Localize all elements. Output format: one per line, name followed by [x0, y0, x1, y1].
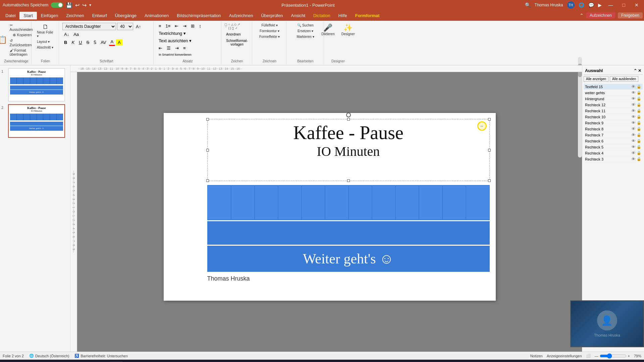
zoom-slider[interactable]: —+	[595, 353, 630, 359]
tab-ueberpruefen[interactable]: Überprüfen	[257, 12, 287, 19]
search-icon[interactable]: 🔍	[525, 2, 531, 8]
tab-datei[interactable]: Datei	[1, 12, 19, 19]
slide-img-1[interactable]: Kaffee - Pause IO Minuten Weit	[8, 68, 65, 102]
tab-formformat[interactable]: Formformat	[351, 12, 384, 19]
layer-eye-2[interactable]: 👁	[632, 97, 635, 101]
layer-lock-12[interactable]: 🔒	[637, 157, 641, 161]
layer-lock-8[interactable]: 🔒	[637, 133, 641, 137]
font-shrink-button[interactable]: A↓	[62, 31, 71, 38]
layer-lock-6[interactable]: 🔒	[637, 121, 641, 125]
italic-button[interactable]: K	[70, 39, 76, 46]
layer-item-11[interactable]: Rechteck 4 👁🔒	[584, 150, 643, 156]
tab-animationen[interactable]: Animationen	[141, 12, 173, 19]
layer-lock-7[interactable]: 🔒	[637, 127, 641, 131]
comment-icon[interactable]: 💬	[588, 2, 594, 8]
formkontur-btn[interactable]: Formkontur ▾	[257, 28, 282, 34]
designer-button[interactable]: ✨ Designer	[339, 23, 357, 37]
ribbon-collapse-icon[interactable]: ⌃	[580, 13, 584, 18]
layer-item-1[interactable]: weiter gehts 👁🔒	[584, 90, 643, 96]
layer-item-0[interactable]: Textfeld 15 👁🔒	[584, 84, 643, 90]
char-spacing-button[interactable]: AV	[99, 39, 108, 46]
close-button[interactable]: ✕	[632, 2, 641, 8]
maximize-button[interactable]: □	[620, 2, 628, 8]
layer-item-5[interactable]: Rechteck 10 👁🔒	[584, 114, 643, 120]
tab-start[interactable]: Start	[19, 12, 37, 19]
zoom-range[interactable]	[600, 353, 627, 359]
layer-item-4[interactable]: Rechteck 11 👁🔒	[584, 108, 643, 114]
panel-collapse-icon[interactable]: ⌃ ✕	[634, 68, 641, 73]
diktieren-button[interactable]: 🎤 Diktieren	[319, 23, 336, 37]
slide-img-2[interactable]: Kaffee - Pause IO Minuten Weit	[8, 104, 65, 138]
layer-eye-4[interactable]: 👁	[632, 109, 635, 113]
layer-item-8[interactable]: Rechteck 7 👁🔒	[584, 132, 643, 138]
font-color-button[interactable]: A	[109, 39, 115, 46]
accessibility-status[interactable]: ♿ Barrierefreiheit: Untersuchen	[74, 354, 128, 358]
strikethrough-button[interactable]: S	[85, 39, 91, 46]
num-list-button[interactable]: 1≡	[164, 23, 172, 29]
layer-lock-10[interactable]: 🔒	[637, 145, 641, 149]
layer-eye-0[interactable]: 👁	[632, 84, 635, 89]
neue-folie-button[interactable]: 📋	[0, 35, 7, 45]
layer-eye-12[interactable]: 👁	[632, 157, 635, 161]
align-center-button[interactable]: ☰	[165, 45, 172, 51]
view-settings-button[interactable]: Anzeigeeinstellungen	[547, 354, 582, 358]
minimize-button[interactable]: —	[606, 2, 616, 8]
suchen-btn[interactable]: 🔍 Suchen	[294, 23, 316, 28]
more-icon[interactable]: ▾	[89, 3, 91, 7]
shadow-button[interactable]: S̈	[92, 39, 98, 46]
layer-lock-0[interactable]: 🔒	[637, 84, 641, 89]
underline-button[interactable]: U	[77, 39, 84, 46]
markieren-btn[interactable]: Markieren ▾	[294, 34, 316, 39]
justify-button[interactable]: ≡	[181, 45, 187, 51]
layer-eye-11[interactable]: 👁	[632, 151, 635, 155]
layer-lock-3[interactable]: 🔒	[637, 103, 641, 107]
font-size-select[interactable]: 40	[117, 23, 133, 30]
undo-icon[interactable]: ↩	[75, 2, 79, 8]
align-left-button[interactable]: ⇤	[157, 45, 164, 51]
abschnitt-btn[interactable]: Abschnitt ▾	[35, 45, 55, 50]
textrichtung-button[interactable]: Textrichtung ▾	[157, 30, 187, 37]
language-icon[interactable]: 🌐	[29, 354, 34, 358]
present-icon[interactable]: ▶	[598, 2, 602, 8]
layer-eye-6[interactable]: 👁	[632, 121, 635, 125]
tab-uebergaenge[interactable]: Übergänge	[111, 12, 141, 19]
tab-zeichnen[interactable]: Zeichnen	[62, 12, 88, 19]
handle-bc[interactable]	[347, 179, 350, 182]
text-box-selection[interactable]: ↔ Kaffee - Pause IO Minuten	[207, 119, 490, 181]
tab-hilfe[interactable]: Hilfe	[334, 12, 351, 19]
ausrichten-button[interactable]: Text ausrichten ▾	[157, 38, 193, 44]
layer-item-9[interactable]: Rechteck 6 👁🔒	[584, 138, 643, 144]
schnellformat-button[interactable]: Schnellformat­vorlagen	[224, 38, 249, 47]
save-icon[interactable]: 💾	[66, 2, 72, 8]
font-case-button[interactable]: Aa	[72, 31, 80, 38]
view-normal-icon[interactable]: ⬜	[586, 354, 591, 358]
tab-bildschirm[interactable]: Bildschirmpräsentation	[173, 12, 225, 19]
layer-item-7[interactable]: Rechteck 8 👁🔒	[584, 126, 643, 132]
hide-all-button[interactable]: Alle ausblenden	[610, 76, 638, 82]
line-spacing-button[interactable]: ↕	[197, 23, 203, 29]
layer-lock-2[interactable]: 🔒	[637, 97, 641, 101]
tab-entwurf[interactable]: Entwurf	[88, 12, 111, 19]
layer-eye-7[interactable]: 👁	[632, 127, 635, 131]
handle-br[interactable]	[488, 179, 491, 182]
tab-ansicht[interactable]: Ansicht	[287, 12, 309, 19]
neue-folie-btn[interactable]: 🗋 Neue Folie ▾	[35, 23, 56, 39]
layer-eye-10[interactable]: 👁	[632, 145, 635, 149]
handle-bl[interactable]	[206, 179, 209, 182]
handle-tr[interactable]	[488, 118, 491, 121]
record-button[interactable]: Aufzeichnen	[586, 12, 615, 18]
layer-eye-9[interactable]: 👁	[632, 139, 635, 143]
layer-lock-11[interactable]: 🔒	[637, 151, 641, 155]
smartart-button[interactable]: In SmartArt konvertieren	[157, 52, 193, 57]
tab-dictation[interactable]: Dictation	[309, 12, 334, 19]
decrease-indent-button[interactable]: ⇤	[173, 23, 180, 29]
handle-tc[interactable]	[347, 118, 350, 121]
layer-eye-5[interactable]: 👁	[632, 115, 635, 119]
layer-eye-3[interactable]: 👁	[632, 103, 635, 107]
layout-btn[interactable]: Layout ▾	[35, 39, 52, 44]
slide-thumb-2[interactable]: 2 Kaffee - Pause IO Minuten	[1, 104, 69, 138]
layer-eye-1[interactable]: 👁	[632, 90, 635, 95]
fullleffekt-btn[interactable]: Fülleffekt ▾	[257, 23, 282, 28]
tab-einfuegen[interactable]: Einfügen	[37, 12, 62, 19]
layer-item-10[interactable]: Rechteck 5 👁🔒	[584, 144, 643, 150]
